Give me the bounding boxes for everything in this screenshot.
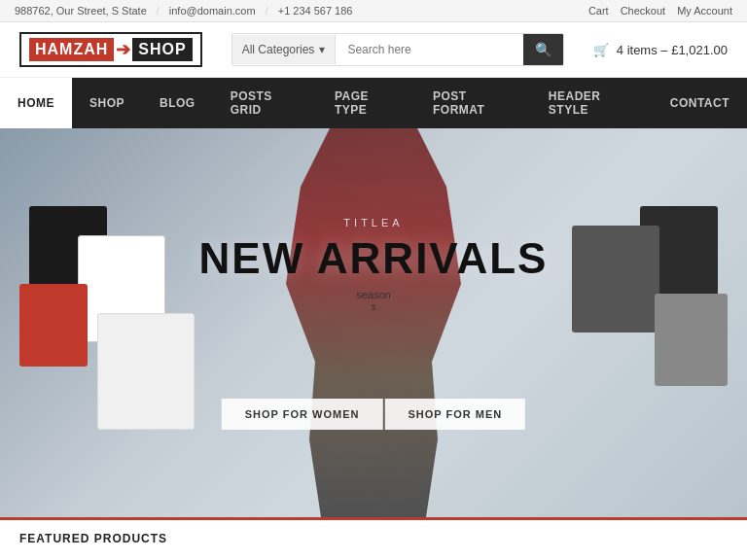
cart-label: 4 items – £1,021.00 [617, 43, 728, 57]
search-bar: All Categories ▾ 🔍 [231, 33, 564, 66]
search-input[interactable] [336, 35, 522, 64]
hero-subtitle: TITLEA [199, 217, 549, 228]
hero-buttons: SHOP FOR WOMEN SHOP FOR MEN [222, 399, 525, 430]
bag-white-2 [97, 313, 195, 430]
shop-women-button[interactable]: SHOP FOR WOMEN [222, 399, 383, 430]
bag-gray-1 [572, 226, 659, 332]
nav-item-shop[interactable]: SHOP [72, 78, 142, 128]
hero-section: TITLEA NEW ARRIVALS season s SHOP FOR WO… [0, 128, 747, 517]
logo-arrow-icon: ➔ [116, 39, 130, 60]
email: info@domain.com [169, 5, 256, 17]
bag-gray-2 [655, 294, 728, 386]
bags-right [533, 187, 728, 459]
logo[interactable]: HAMZAH ➔ SHOP [19, 32, 202, 67]
cart-area[interactable]: 🛒 4 items – £1,021.00 [593, 43, 728, 57]
header: HAMZAH ➔ SHOP All Categories ▾ 🔍 🛒 4 ite… [0, 22, 747, 78]
featured-products-bar: FEATURED PRODUCTS [0, 517, 747, 553]
logo-shop: SHOP [132, 38, 192, 61]
chevron-down-icon: ▾ [319, 43, 325, 56]
nav-item-home[interactable]: HOME [0, 78, 72, 128]
nav-item-posts-grid[interactable]: POSTS GRID [213, 78, 317, 128]
phone: +1 234 567 186 [278, 5, 353, 17]
search-icon: 🔍 [535, 42, 551, 57]
hero-description: season s [199, 289, 549, 312]
shop-men-button[interactable]: SHOP FOR MEN [384, 399, 525, 430]
checkout-link[interactable]: Checkout [621, 5, 665, 17]
bag-red-1 [19, 284, 88, 367]
main-nav: HOME SHOP BLOG POSTS GRID PAGE TYPE POST… [0, 78, 747, 128]
myaccount-link[interactable]: My Account [677, 5, 732, 17]
top-bar-left: 988762, Our Street, S State / info@domai… [15, 5, 352, 17]
logo-hamzah: HAMZAH [29, 38, 114, 61]
hero-title: NEW ARRIVALS [199, 234, 549, 283]
separator1: / [157, 5, 160, 17]
bags-left [19, 187, 214, 459]
category-dropdown[interactable]: All Categories ▾ [232, 35, 337, 64]
search-button[interactable]: 🔍 [523, 34, 563, 65]
featured-title: FEATURED PRODUCTS [19, 532, 167, 545]
cart-link[interactable]: Cart [588, 5, 609, 17]
top-bar-right: Cart Checkout My Account [588, 5, 732, 17]
cart-icon: 🛒 [593, 43, 609, 57]
nav-item-page-type[interactable]: PAGE TYPE [317, 78, 415, 128]
separator2: / [266, 5, 268, 17]
nav-item-post-format[interactable]: POST FORMAT [415, 78, 531, 128]
nav-item-blog[interactable]: BLOG [142, 78, 213, 128]
address: 988762, Our Street, S State [15, 5, 147, 17]
top-bar: 988762, Our Street, S State / info@domai… [0, 0, 747, 22]
nav-item-contact[interactable]: CONTACT [653, 78, 747, 128]
category-label: All Categories [242, 43, 315, 56]
nav-item-header-style[interactable]: HEADER STYLE [531, 78, 653, 128]
hero-content: TITLEA NEW ARRIVALS season s [199, 217, 549, 312]
